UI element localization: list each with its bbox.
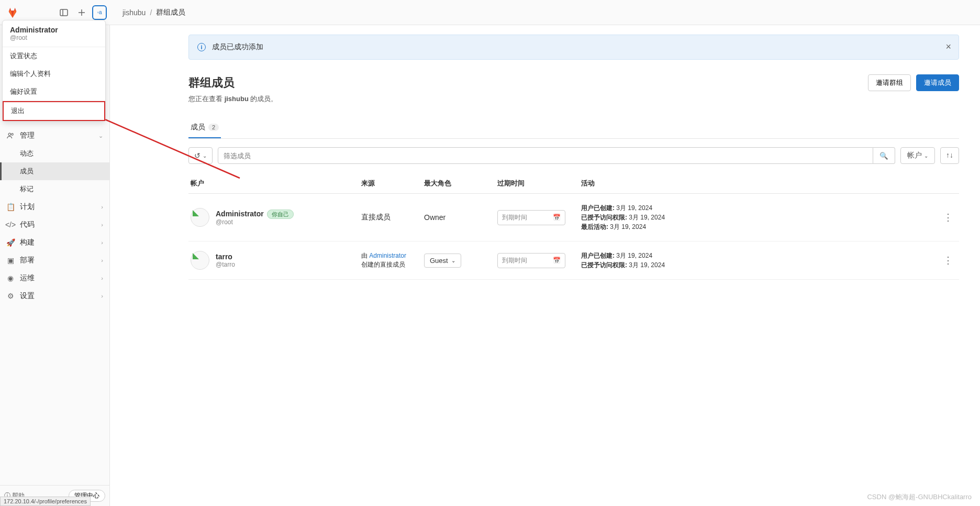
history-button[interactable]: ↺⌄ (188, 147, 213, 164)
role-select[interactable]: Guest ⌄ (424, 254, 461, 268)
chevron-down-icon: ⌄ (924, 153, 928, 159)
main-content: i 成员已成功添加 × 群组成员 邀请群组 邀请成员 您正在查看 jishubu… (110, 25, 980, 506)
invite-group-button[interactable]: 邀请群组 (868, 74, 911, 91)
sidebar-item-activity[interactable]: 动态 (0, 145, 109, 162)
sidebar-item-code[interactable]: </>代码› (0, 216, 109, 234)
filter-input[interactable] (218, 147, 873, 164)
topbar: ▫a jishubu / 群组成员 (0, 0, 980, 25)
col-expire: 过期时间 (497, 179, 581, 188)
search-button[interactable]: 🔍 (873, 147, 895, 164)
role-text: Owner (424, 213, 497, 222)
chevron-down-icon: ⌄ (451, 258, 455, 263)
chevron-down-icon: ⌄ (98, 133, 103, 139)
you-badge: 你自己 (267, 210, 294, 219)
col-account: 帐户 (188, 179, 361, 188)
rocket-icon: 🚀 (6, 238, 15, 247)
alert-text: 成员已成功添加 (212, 42, 263, 52)
sidebar-item-plan[interactable]: 📋计划› (0, 198, 109, 216)
deploy-icon: ▣ (6, 256, 15, 265)
expire-input[interactable]: 到期时间📅 (497, 253, 565, 268)
svg-point-4 (8, 133, 10, 135)
table-row: tarro @tarro 由 Administrator创建的直接成员 Gues… (188, 241, 959, 280)
status-bar-url: 172.20.10.4/-/profile/preferences (0, 497, 91, 506)
plus-icon[interactable] (74, 5, 89, 20)
menu-item-edit-profile[interactable]: 编辑个人资料 (3, 65, 105, 83)
table-row: Administrator你自己 @root 直接成员 Owner 到期时间📅 … (188, 194, 959, 241)
menu-item-preferences[interactable]: 偏好设置 (3, 83, 105, 101)
menu-user-name: Administrator (10, 26, 98, 34)
breadcrumb: jishubu / 群组成员 (122, 8, 185, 17)
sort-icon: ↑↓ (946, 151, 953, 159)
sidebar-item-deploy[interactable]: ▣部署› (0, 251, 109, 269)
invite-member-button[interactable]: 邀请成员 (916, 74, 959, 91)
breadcrumb-separator: / (150, 8, 152, 17)
info-icon: i (197, 43, 206, 51)
gitlab-logo[interactable] (6, 6, 19, 19)
activity-text: 用户已创建: 3月 19, 2024 已授予访问权限: 3月 19, 2024 (581, 251, 943, 270)
sidebar-item-members[interactable]: 成员 (0, 162, 109, 180)
sidebar-item-manage[interactable]: 管理⌄ (0, 127, 109, 145)
sort-button[interactable]: ↑↓ (940, 147, 959, 164)
close-icon[interactable]: × (945, 41, 951, 52)
source-text: 由 Administrator创建的直接成员 (361, 251, 424, 269)
row-menu-button[interactable]: ⋮ (943, 255, 959, 266)
watermark: CSDN @鲍海超-GNUBHCkalitarro (867, 492, 972, 502)
sidebar-item-operate[interactable]: ◉运维› (0, 269, 109, 287)
col-source: 来源 (361, 179, 424, 188)
breadcrumb-group[interactable]: jishubu (122, 8, 146, 17)
account-filter[interactable]: 帐户 ⌄ (900, 147, 935, 164)
members-table: 帐户 来源 最大角色 过期时间 活动 Administrator你自己 @roo… (188, 173, 959, 280)
expire-input[interactable]: 到期时间📅 (497, 210, 565, 225)
row-menu-button[interactable]: ⋮ (943, 212, 959, 223)
menu-item-logout[interactable]: 退出 (3, 101, 105, 121)
svg-point-5 (12, 134, 14, 136)
calendar-icon: 📋 (6, 203, 15, 211)
source-text: 直接成员 (361, 213, 424, 222)
history-icon: ↺ (194, 151, 201, 160)
success-alert: i 成员已成功添加 × (188, 35, 959, 60)
sidebar-item-build[interactable]: 🚀构建› (0, 234, 109, 251)
sidebar-item-settings[interactable]: ⚙设置› (0, 287, 109, 305)
avatar[interactable] (191, 208, 209, 227)
users-icon (6, 131, 15, 140)
avatar[interactable] (191, 251, 209, 270)
panel-icon[interactable] (57, 5, 71, 20)
calendar-icon: 📅 (553, 214, 561, 221)
member-name[interactable]: tarro (216, 252, 235, 261)
tab-members[interactable]: 成员2 (188, 117, 221, 138)
activity-text: 用户已创建: 3月 19, 2024 已授予访问权限: 3月 19, 2024 … (581, 203, 943, 232)
menu-user-handle: @root (10, 34, 98, 41)
subtitle: 您正在查看 jishubu 的成员。 (188, 94, 959, 104)
user-avatar-icon[interactable]: ▫a (92, 5, 107, 20)
page-title: 群组成员 (188, 75, 235, 91)
member-handle: @root (216, 218, 294, 226)
member-name[interactable]: Administrator (216, 210, 264, 218)
code-icon: </> (6, 221, 15, 229)
search-icon: 🔍 (879, 152, 888, 160)
col-role: 最大角色 (424, 179, 497, 188)
calendar-icon: 📅 (553, 257, 561, 264)
member-handle: @tarro (216, 261, 235, 268)
operate-icon: ◉ (6, 274, 15, 282)
gear-icon: ⚙ (6, 292, 15, 300)
source-link[interactable]: Administrator (369, 252, 406, 259)
tabs: 成员2 (188, 117, 959, 139)
chevron-down-icon: ⌄ (203, 153, 207, 159)
user-dropdown-menu: Administrator @root 设置状态 编辑个人资料 偏好设置 退出 (2, 20, 106, 122)
breadcrumb-current: 群组成员 (156, 8, 185, 17)
menu-item-status[interactable]: 设置状态 (3, 47, 105, 65)
col-activity: 活动 (581, 179, 943, 188)
sidebar-item-labels[interactable]: 标记 (0, 180, 109, 198)
svg-rect-0 (60, 9, 68, 16)
chevron-right-icon: › (101, 204, 103, 210)
